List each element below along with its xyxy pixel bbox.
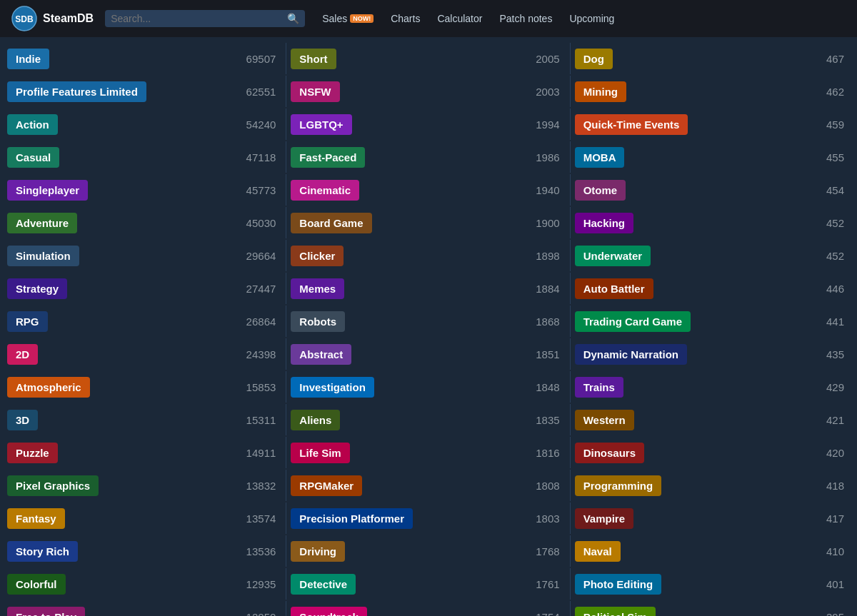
tag-badge[interactable]: Dinosaurs [575, 443, 644, 463]
tag-badge[interactable]: Vampire [575, 508, 633, 529]
tag-row: Precision Platformer1803 [286, 503, 570, 534]
tag-badge[interactable]: Soundtrack [291, 607, 367, 617]
tag-count: 410 [826, 545, 850, 557]
tag-badge[interactable]: Action [7, 114, 58, 135]
tag-badge[interactable]: Dog [575, 49, 613, 69]
nav-sales[interactable]: Sales NOW! [322, 13, 374, 24]
tag-row: Board Game1900 [286, 207, 570, 238]
tag-count: 2003 [536, 86, 565, 98]
svg-text:SDB: SDB [15, 14, 34, 24]
tag-badge[interactable]: Atmospheric [7, 377, 90, 398]
tag-count: 429 [826, 381, 850, 393]
tag-badge[interactable]: Dynamic Narration [575, 344, 687, 365]
tag-row: Puzzle14911 [3, 437, 286, 468]
tag-row: Strategy27447 [3, 273, 286, 304]
tag-badge[interactable]: Naval [575, 541, 621, 562]
tag-row: NSFW2003 [286, 76, 570, 107]
tag-badge[interactable]: Board Game [291, 213, 371, 233]
tag-badge[interactable]: Western [575, 410, 634, 430]
tag-count: 435 [826, 348, 850, 360]
tag-badge[interactable]: Quick-Time Events [575, 114, 688, 135]
tag-badge[interactable]: Fantasy [7, 508, 65, 529]
tag-badge[interactable]: Free to Play [7, 607, 85, 617]
tag-row: Short2005 [286, 43, 570, 74]
tag-badge[interactable]: 2D [7, 344, 38, 365]
tag-count: 1808 [536, 480, 565, 492]
tag-badge[interactable]: Aliens [291, 410, 340, 430]
tag-row: Free to Play12050 [3, 601, 286, 616]
tag-badge[interactable]: Story Rich [7, 541, 78, 562]
nav-patch-notes[interactable]: Patch notes [499, 13, 552, 24]
tag-count: 62551 [246, 86, 282, 98]
tag-badge[interactable]: Trains [575, 377, 623, 398]
main-nav: Sales NOW! Charts Calculator Patch notes… [322, 13, 614, 24]
tag-badge[interactable]: Indie [7, 49, 49, 69]
tag-row: Mining462 [571, 76, 854, 107]
tag-badge[interactable]: Singleplayer [7, 180, 88, 201]
tag-row: Action54240 [3, 108, 286, 140]
tag-badge[interactable]: Trading Card Game [575, 311, 691, 332]
tag-badge[interactable]: Political Sim [575, 607, 656, 617]
tag-badge[interactable]: Pixel Graphics [7, 475, 99, 496]
tag-count: 1868 [536, 315, 565, 328]
tag-row: Soundtrack1754 [286, 601, 570, 616]
tag-badge[interactable]: MOBA [575, 147, 625, 168]
tag-row: RPG26864 [3, 306, 286, 337]
tag-row: Dog467 [571, 43, 854, 74]
tag-badge[interactable]: Clicker [291, 246, 344, 266]
tag-row: 3D15311 [3, 404, 286, 435]
tag-badge[interactable]: Life Sim [291, 443, 349, 463]
nav-calculator[interactable]: Calculator [437, 13, 482, 24]
tag-badge[interactable]: Otome [575, 180, 626, 201]
tag-badge[interactable]: Adventure [7, 213, 77, 233]
tag-count: 1768 [536, 545, 565, 557]
tag-badge[interactable]: 3D [7, 410, 38, 430]
tag-count: 462 [826, 86, 850, 98]
tag-row: Fantasy13574 [3, 503, 286, 534]
tag-badge[interactable]: Hacking [575, 213, 633, 233]
tag-badge[interactable]: RPG [7, 311, 48, 332]
nav-upcoming[interactable]: Upcoming [569, 13, 614, 24]
tag-badge[interactable]: Driving [291, 541, 345, 562]
tag-badge[interactable]: Investigation [291, 377, 374, 398]
tag-count: 452 [826, 250, 850, 262]
tag-row: Naval410 [571, 535, 854, 567]
tag-badge[interactable]: Precision Platformer [291, 508, 413, 529]
tag-badge[interactable]: Fast-Paced [291, 147, 365, 168]
tag-row: Story Rich13536 [3, 535, 286, 567]
tag-badge[interactable]: Auto Battler [575, 278, 653, 299]
tag-row: Casual47118 [3, 141, 286, 173]
tag-badge[interactable]: Photo Editing [575, 574, 661, 595]
tag-count: 1986 [536, 151, 565, 163]
tag-badge[interactable]: Detective [291, 574, 356, 595]
search-bar[interactable]: 🔍 [105, 10, 305, 27]
tag-badge[interactable]: Colorful [7, 574, 66, 595]
tag-badge[interactable]: Puzzle [7, 443, 58, 463]
tag-badge[interactable]: Robots [291, 311, 345, 332]
tag-count: 54240 [246, 118, 282, 131]
tag-badge[interactable]: NSFW [291, 81, 339, 102]
tag-badge[interactable]: Short [291, 49, 336, 69]
tag-badge[interactable]: Underwater [575, 246, 651, 266]
tag-row: Quick-Time Events459 [571, 108, 854, 140]
tag-badge[interactable]: Programming [575, 475, 662, 496]
tag-row: Life Sim1816 [286, 437, 570, 468]
tag-badge[interactable]: Mining [575, 81, 626, 102]
tag-badge[interactable]: Casual [7, 147, 59, 168]
tag-row: 2D24398 [3, 338, 286, 370]
tag-badge[interactable]: Abstract [291, 344, 351, 365]
tag-count: 1848 [536, 381, 565, 393]
search-input[interactable] [111, 13, 284, 24]
tag-badge[interactable]: Strategy [7, 278, 67, 299]
tag-badge[interactable]: Profile Features Limited [7, 81, 146, 102]
tag-badge[interactable]: RPGMaker [291, 475, 362, 496]
tag-row: Aliens1835 [286, 404, 570, 435]
tag-count: 45030 [246, 217, 282, 229]
nav-charts[interactable]: Charts [391, 13, 420, 24]
tag-badge[interactable]: LGBTQ+ [291, 114, 351, 135]
tag-row: Investigation1848 [286, 371, 570, 403]
tag-badge[interactable]: Cinematic [291, 180, 359, 201]
tag-badge[interactable]: Simulation [7, 246, 79, 266]
tag-badge[interactable]: Memes [291, 278, 344, 299]
tag-count: 446 [826, 283, 850, 295]
